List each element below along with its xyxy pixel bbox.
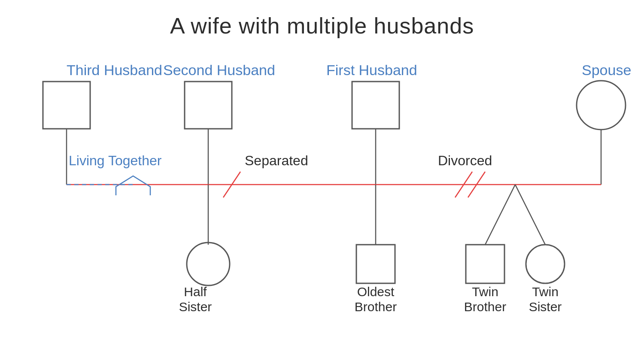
- spouse-label: Spouse: [582, 62, 631, 78]
- oldest-brother-label-1: Oldest: [357, 285, 395, 299]
- separated-label: Separated: [245, 153, 308, 168]
- twin-sister-shape: [526, 245, 565, 283]
- spouse-shape: [577, 81, 626, 130]
- family-tree-diagram: Third Husband Second Husband First Husba…: [0, 0, 644, 361]
- half-sister-label-2: Sister: [179, 300, 212, 314]
- twin-brother-shape: [466, 245, 504, 283]
- living-together-house: [116, 176, 150, 195]
- second-husband-label: Second Husband: [163, 62, 275, 78]
- twin-sister-label-2: Sister: [529, 300, 562, 314]
- twin-brother-label-1: Twin: [472, 285, 498, 299]
- third-husband-label: Third Husband: [67, 62, 162, 78]
- oldest-brother-label-2: Brother: [355, 300, 397, 314]
- living-together-label: Living Together: [69, 153, 162, 168]
- first-husband-label: First Husband: [326, 62, 417, 78]
- first-husband-shape: [352, 82, 399, 129]
- oldest-brother-shape: [356, 245, 395, 283]
- twin-sister-label-1: Twin: [532, 285, 559, 299]
- divorced-label: Divorced: [438, 153, 492, 168]
- twin-sister-angled: [515, 185, 545, 245]
- twin-brother-label-2: Brother: [464, 300, 506, 314]
- third-husband-shape: [43, 82, 90, 129]
- second-husband-shape: [185, 82, 232, 129]
- half-sister-shape: [187, 243, 230, 285]
- twin-brother-angled: [485, 185, 515, 245]
- half-sister-label-1: Half: [184, 285, 207, 299]
